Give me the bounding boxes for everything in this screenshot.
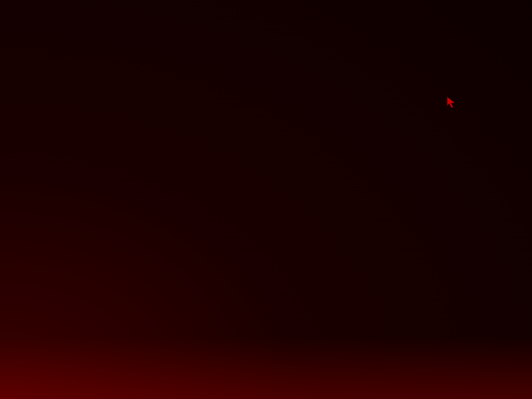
- svg-marker-25: [447, 97, 455, 108]
- right-panel-content: [350, 81, 525, 226]
- cursor-arrow: [446, 96, 459, 109]
